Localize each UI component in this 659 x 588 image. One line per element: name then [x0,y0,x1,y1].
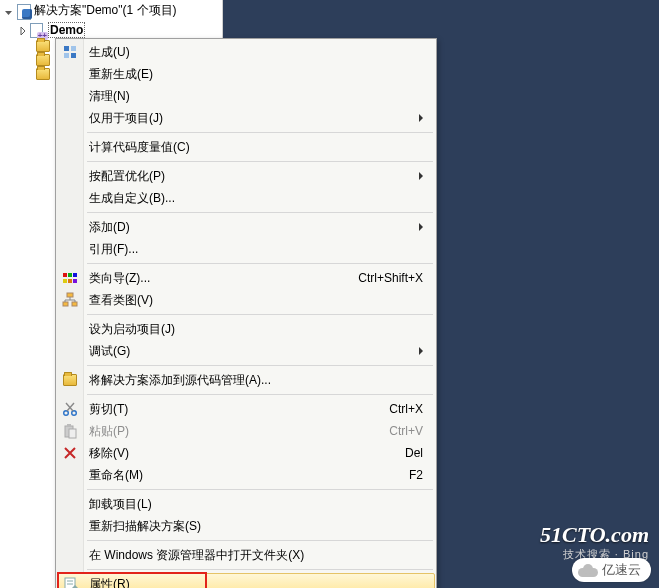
menu-add-scc[interactable]: 将解决方案添加到源代码管理(A)... [57,369,435,391]
svg-rect-16 [67,424,71,427]
remove-icon [62,445,78,461]
svg-rect-1 [71,46,76,51]
watermark-51cto: 51CTO.com [540,522,649,548]
svg-rect-4 [63,273,67,277]
menu-separator [87,212,433,213]
svg-rect-12 [72,302,77,306]
menu-remove[interactable]: 移除(V) Del [57,442,435,464]
menu-clean-label: 清理(N) [89,88,130,105]
menu-separator [87,365,433,366]
project-context-menu: 生成(U) 重新生成(E) 清理(N) 仅用于项目(J) 计算代码度量值(C) … [55,38,437,588]
solution-label: 解决方案"Demo"(1 个项目) [34,2,177,19]
menu-properties[interactable]: 属性(R) [57,573,435,588]
folder-icon [36,40,50,52]
menu-add[interactable]: 添加(D) [57,216,435,238]
menu-remove-shortcut: Del [385,446,423,460]
menu-properties-label: 属性(R) [89,576,130,589]
solution-node[interactable]: 解决方案"Demo"(1 个项目) [0,0,222,21]
menu-separator [87,394,433,395]
menu-build-label: 生成(U) [89,44,130,61]
menu-paste-label: 粘贴(P) [89,423,129,440]
menu-pgo[interactable]: 按配置优化(P) [57,165,435,187]
menu-rebuild[interactable]: 重新生成(E) [57,63,435,85]
folder-icon [36,68,50,80]
menu-separator [87,489,433,490]
svg-rect-11 [63,302,68,306]
menu-pgo-label: 按配置优化(P) [89,168,165,185]
expand-icon[interactable] [18,25,28,35]
menu-separator [87,314,433,315]
menu-paste: 粘贴(P) Ctrl+V [57,420,435,442]
svg-point-14 [72,411,77,416]
menu-build-custom[interactable]: 生成自定义(B)... [57,187,435,209]
menu-unload[interactable]: 卸载项目(L) [57,493,435,515]
cut-icon [62,401,78,417]
menu-build[interactable]: 生成(U) [57,41,435,63]
paste-icon [62,423,78,439]
menu-separator [87,569,433,570]
menu-separator [87,161,433,162]
svg-rect-6 [73,273,77,277]
properties-icon [63,577,79,588]
menu-set-startup[interactable]: 设为启动项目(J) [57,318,435,340]
submenu-arrow-icon [419,114,423,122]
svg-rect-10 [67,293,73,297]
menu-open-explorer[interactable]: 在 Windows 资源管理器中打开文件夹(X) [57,544,435,566]
watermark-yisu: 亿速云 [572,558,651,582]
menu-separator [87,132,433,133]
menu-calc-metrics[interactable]: 计算代码度量值(C) [57,136,435,158]
menu-add-scc-label: 将解决方案添加到源代码管理(A)... [89,372,271,389]
menu-class-wizard-label: 类向导(Z)... [89,270,150,287]
menu-unload-label: 卸载项目(L) [89,496,152,513]
menu-clean[interactable]: 清理(N) [57,85,435,107]
svg-point-13 [64,411,69,416]
svg-rect-7 [63,279,67,283]
menu-project-only[interactable]: 仅用于项目(J) [57,107,435,129]
menu-cut-shortcut: Ctrl+X [369,402,423,416]
menu-references-label: 引用(F)... [89,241,138,258]
project-icon [30,22,46,38]
svg-rect-8 [68,279,72,283]
menu-rename[interactable]: 重命名(M) F2 [57,464,435,486]
menu-separator [87,263,433,264]
submenu-arrow-icon [419,347,423,355]
class-wizard-icon [62,270,78,286]
menu-cut-label: 剪切(T) [89,401,128,418]
scc-folder-icon [62,372,78,388]
menu-cut[interactable]: 剪切(T) Ctrl+X [57,398,435,420]
menu-debug[interactable]: 调试(G) [57,340,435,362]
submenu-arrow-icon [419,172,423,180]
menu-project-only-label: 仅用于项目(J) [89,110,163,127]
watermark-yisu-label: 亿速云 [602,561,641,579]
menu-class-wizard-shortcut: Ctrl+Shift+X [338,271,423,285]
project-node[interactable]: Demo [0,21,222,39]
svg-rect-2 [64,53,69,58]
class-diagram-icon [62,292,78,308]
collapse-icon[interactable] [4,6,14,16]
folder-icon [63,374,77,386]
menu-rescan[interactable]: 重新扫描解决方案(S) [57,515,435,537]
menu-set-startup-label: 设为启动项目(J) [89,321,175,338]
menu-rescan-label: 重新扫描解决方案(S) [89,518,201,535]
svg-rect-17 [69,429,76,438]
menu-remove-label: 移除(V) [89,445,129,462]
menu-view-class[interactable]: 查看类图(V) [57,289,435,311]
menu-references[interactable]: 引用(F)... [57,238,435,260]
menu-class-wizard[interactable]: 类向导(Z)... Ctrl+Shift+X [57,267,435,289]
menu-debug-label: 调试(G) [89,343,130,360]
project-label: Demo [48,22,85,38]
solution-icon [16,3,32,19]
menu-rename-shortcut: F2 [389,468,423,482]
menu-separator [87,540,433,541]
menu-rename-label: 重命名(M) [89,467,143,484]
folder-icon [36,54,50,66]
menu-rebuild-label: 重新生成(E) [89,66,153,83]
menu-calc-metrics-label: 计算代码度量值(C) [89,139,190,156]
cloud-icon [578,564,598,577]
menu-view-class-label: 查看类图(V) [89,292,153,309]
build-icon [62,44,78,60]
svg-rect-0 [64,46,69,51]
svg-rect-3 [71,53,76,58]
menu-paste-shortcut: Ctrl+V [369,424,423,438]
svg-rect-5 [68,273,72,277]
